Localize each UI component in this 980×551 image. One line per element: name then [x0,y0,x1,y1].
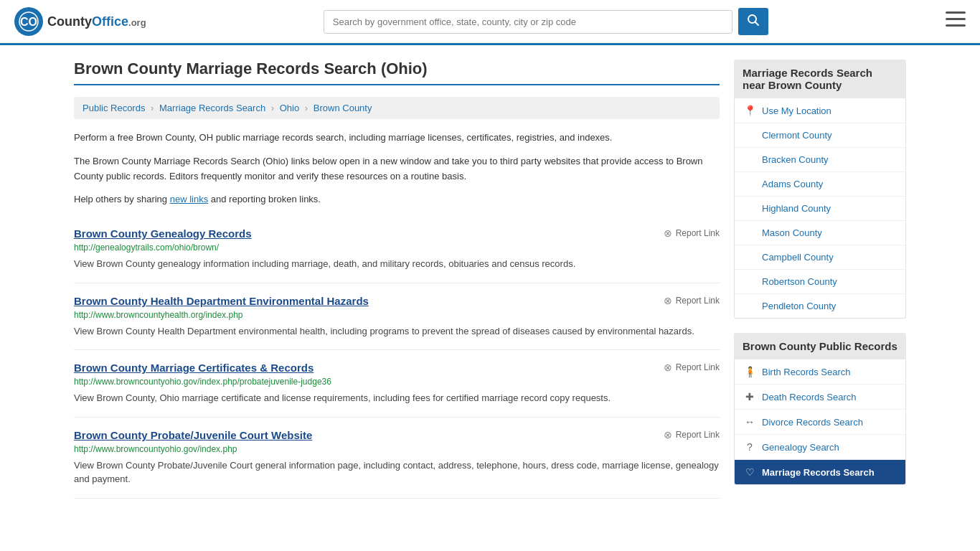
breadcrumb: Public Records › Marriage Records Search… [74,97,720,119]
main-container: Brown County Marriage Records Search (Oh… [60,45,920,514]
result-title-0[interactable]: Brown County Genealogy Records [74,227,252,240]
svg-text:CO: CO [20,16,37,28]
logo[interactable]: CO CountyOffice.org [14,7,146,36]
result-url-0[interactable]: http://genealogytrails.com/ohio/brown/ [74,242,720,253]
result-url-2[interactable]: http://www.browncountyohio.gov/index.php… [74,377,720,387]
search-button[interactable] [738,8,768,35]
description-3-suffix: and reporting broken links. [208,194,321,204]
nearby-link-3[interactable]: Adams County [762,179,823,189]
nearby-link-1[interactable]: Clermont County [762,130,832,141]
svg-rect-6 [946,24,966,27]
result-item: Brown County Genealogy Records ⊗ Report … [74,216,720,283]
logo-text: CountyOffice.org [47,14,146,29]
public-records-item-3[interactable]: ?Genealogy Search [735,435,905,460]
breadcrumb-brown-county[interactable]: Brown County [314,103,372,113]
nearby-item-1[interactable]: Clermont County [735,123,905,148]
sidebar: Marriage Records Search near Brown Count… [734,60,906,499]
report-icon-0: ⊗ [664,227,672,239]
result-header: Brown County Marriage Certificates & Rec… [74,362,720,374]
nearby-link-6[interactable]: Campbell County [762,252,834,263]
logo-icon: CO [14,7,43,36]
pr-link-0[interactable]: Birth Records Search [762,367,851,377]
nearby-item-3[interactable]: Adams County [735,172,905,197]
svg-line-3 [755,22,758,26]
result-item: Brown County Health Department Environme… [74,283,720,351]
nearby-icon-0: 📍 [743,105,756,116]
public-records-list: 🧍Birth Records Search✚Death Records Sear… [734,359,906,485]
result-title-3[interactable]: Brown County Probate/Juvenile Court Webs… [74,429,312,441]
breadcrumb-sep-3: › [305,103,308,113]
nearby-link-5[interactable]: Mason County [762,227,822,238]
search-input[interactable] [324,10,732,34]
results-list: Brown County Genealogy Records ⊗ Report … [74,216,720,499]
breadcrumb-sep-1: › [151,103,154,113]
nearby-list: 📍Use My LocationClermont CountyBracken C… [734,98,906,319]
breadcrumb-ohio[interactable]: Ohio [280,103,299,113]
result-desc-3: View Brown County Probate/Juvenile Court… [74,458,720,486]
result-desc-1: View Brown County Health Department envi… [74,324,720,339]
nearby-item-7[interactable]: Robertson County [735,270,905,294]
result-desc-0: View Brown County genealogy information … [74,257,720,271]
nearby-section: Marriage Records Search near Brown Count… [734,60,906,319]
nearby-link-7[interactable]: Robertson County [762,276,837,287]
public-records-item-1[interactable]: ✚Death Records Search [735,385,905,410]
search-area [324,8,768,35]
pr-link-3[interactable]: Genealogy Search [762,442,839,453]
new-links-link[interactable]: new links [170,194,208,204]
nearby-item-5[interactable]: Mason County [735,221,905,245]
pr-link-1[interactable]: Death Records Search [762,392,857,402]
result-header: Brown County Probate/Juvenile Court Webs… [74,429,720,441]
pr-icon-2: ↔ [743,416,756,428]
pr-icon-1: ✚ [743,391,756,402]
pr-icon-4: ♡ [743,466,756,478]
nearby-item-2[interactable]: Bracken County [735,148,905,172]
report-link-2[interactable]: ⊗ Report Link [664,362,720,373]
content-area: Brown County Marriage Records Search (Oh… [74,60,720,499]
breadcrumb-marriage-records[interactable]: Marriage Records Search [159,103,265,113]
nearby-link-4[interactable]: Highland County [762,203,831,214]
nearby-link-2[interactable]: Bracken County [762,154,829,165]
site-header: CO CountyOffice.org [0,0,980,45]
svg-rect-5 [946,18,966,20]
result-url-3[interactable]: http://www.browncountyohio.gov/index.php [74,444,720,454]
menu-button[interactable] [946,11,966,32]
page-title: Brown County Marriage Records Search (Oh… [74,60,720,85]
nearby-link-8[interactable]: Pendleton County [762,301,836,311]
description-3-prefix: Help others by sharing [74,194,170,204]
result-header: Brown County Genealogy Records ⊗ Report … [74,227,720,240]
public-records-item-0[interactable]: 🧍Birth Records Search [735,359,905,385]
breadcrumb-sep-2: › [271,103,274,113]
description-3: Help others by sharing new links and rep… [74,192,720,207]
nearby-link-0[interactable]: Use My Location [762,105,831,116]
report-icon-1: ⊗ [664,295,672,306]
description-2: The Brown County Marriage Records Search… [74,154,720,184]
report-icon-3: ⊗ [664,429,672,441]
pr-link-2[interactable]: Divorce Records Search [762,417,863,428]
result-url-1[interactable]: http://www.browncountyhealth.org/index.p… [74,310,720,320]
nearby-item-8[interactable]: Pendleton County [735,294,905,318]
description-1: Perform a free Brown County, OH public m… [74,131,720,146]
public-records-item-2[interactable]: ↔Divorce Records Search [735,410,905,435]
result-title-1[interactable]: Brown County Health Department Environme… [74,295,369,307]
pr-icon-3: ? [743,441,756,453]
nearby-item-6[interactable]: Campbell County [735,245,905,270]
report-icon-2: ⊗ [664,362,672,373]
public-records-section: Brown County Public Records 🧍Birth Recor… [734,333,906,485]
pr-link-4[interactable]: Marriage Records Search [762,467,875,478]
svg-rect-4 [946,11,966,14]
nearby-header: Marriage Records Search near Brown Count… [734,60,906,98]
pr-icon-0: 🧍 [743,366,756,377]
result-header: Brown County Health Department Environme… [74,295,720,307]
result-item: Brown County Probate/Juvenile Court Webs… [74,418,720,499]
report-link-3[interactable]: ⊗ Report Link [664,429,720,441]
result-item: Brown County Marriage Certificates & Rec… [74,350,720,418]
report-link-1[interactable]: ⊗ Report Link [664,295,720,306]
nearby-item-0[interactable]: 📍Use My Location [735,98,905,123]
breadcrumb-public-records[interactable]: Public Records [83,103,145,113]
public-records-item-4[interactable]: ♡Marriage Records Search [735,460,905,484]
result-desc-2: View Brown County, Ohio marriage certifi… [74,391,720,405]
report-link-0[interactable]: ⊗ Report Link [664,227,720,239]
result-title-2[interactable]: Brown County Marriage Certificates & Rec… [74,362,314,374]
nearby-item-4[interactable]: Highland County [735,197,905,221]
public-records-header: Brown County Public Records [734,333,906,359]
